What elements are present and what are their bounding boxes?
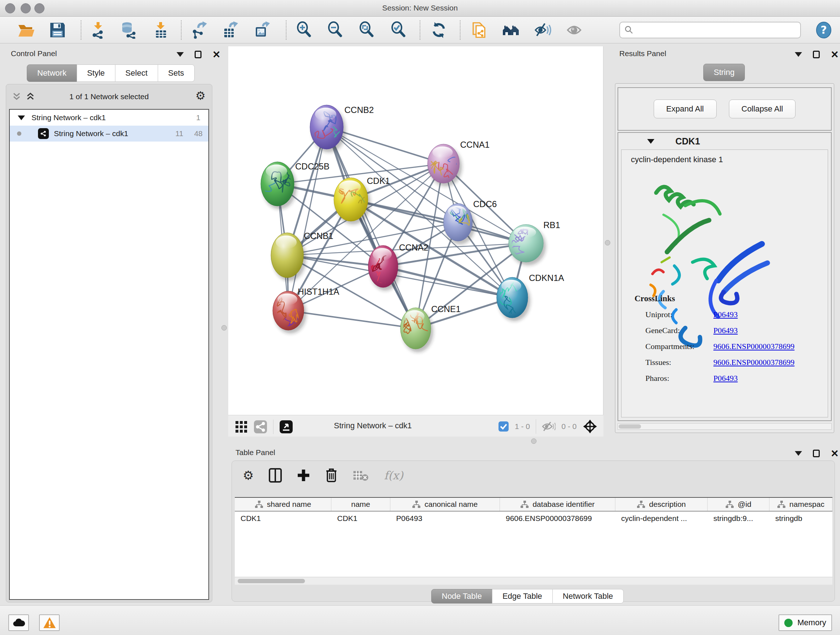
network-canvas[interactable]: CCNB2CCNA1CDC25BCDK1CDC6RB1CCNB1CCNA2CDK…: [228, 46, 603, 415]
save-session-button[interactable]: [49, 21, 66, 39]
table-cell[interactable]: stringdb:9...: [707, 511, 769, 525]
import-network-file-button[interactable]: [90, 21, 107, 39]
crosslink-link[interactable]: 9606.ENSP00000378699: [714, 342, 794, 351]
table-cell[interactable]: stringdb: [769, 511, 832, 525]
results-scrollbar-thumb[interactable]: [619, 424, 641, 429]
tab-edge-table[interactable]: Edge Table: [492, 589, 553, 603]
table-cell[interactable]: CDK1: [235, 511, 332, 525]
crosslink-link[interactable]: P06493: [714, 326, 737, 335]
node-CCNA1[interactable]: CCNA1: [428, 140, 489, 187]
tab-style[interactable]: Style: [77, 65, 115, 82]
zoom-in-button[interactable]: [296, 21, 313, 39]
function-builder-icon[interactable]: f(x): [384, 469, 403, 482]
gene-entry-header[interactable]: CDK1: [618, 133, 831, 149]
edge-CCNB2-CCNE1[interactable]: [327, 127, 416, 328]
tree-expand-icon[interactable]: [18, 116, 25, 120]
hide-selected-button[interactable]: [534, 21, 551, 39]
table-cell[interactable]: cyclin-dependent ...: [615, 511, 707, 525]
panel-collapse-icon[interactable]: [177, 52, 184, 57]
tab-sets[interactable]: Sets: [158, 65, 195, 82]
expand-all-button[interactable]: Expand All: [654, 100, 717, 119]
first-neighbors-button[interactable]: [502, 21, 519, 39]
collapse-all-button[interactable]: Collapse All: [729, 100, 796, 119]
edge-HIST1H1A-CCNE1[interactable]: [288, 310, 416, 328]
import-network-database-button[interactable]: [120, 21, 137, 39]
network-row-selected[interactable]: String Network – cdk1 11 48: [10, 126, 208, 141]
table-cell[interactable]: P06493: [390, 511, 500, 525]
delete-table-icon[interactable]: [353, 470, 369, 481]
panel-float-icon[interactable]: [813, 450, 820, 457]
import-table-file-button[interactable]: [152, 21, 170, 39]
detach-view-icon[interactable]: [279, 420, 293, 434]
node-RB1[interactable]: RB1: [507, 204, 561, 265]
right-splitter-handle[interactable]: [605, 240, 610, 245]
results-scrollbar[interactable]: [617, 423, 832, 430]
show-columns-icon[interactable]: [269, 468, 282, 483]
node-CDC25B[interactable]: CDC25B: [250, 162, 330, 209]
open-session-button[interactable]: [17, 21, 34, 39]
duplicate-network-button[interactable]: [470, 21, 488, 39]
selected-checkbox-icon[interactable]: [498, 421, 509, 432]
show-hidden-button[interactable]: [565, 21, 583, 39]
panel-close-icon[interactable]: ✕: [212, 51, 221, 58]
warnings-button[interactable]: [39, 614, 60, 631]
delete-column-icon[interactable]: [325, 468, 338, 483]
column-header-@id[interactable]: @id: [707, 498, 769, 511]
entry-collapse-icon[interactable]: [647, 139, 654, 144]
export-table-button[interactable]: [222, 21, 240, 39]
table-cell[interactable]: CDK1: [332, 511, 390, 525]
refresh-button[interactable]: [430, 21, 447, 39]
node-HIST1H1A[interactable]: HIST1H1A: [273, 287, 339, 338]
network-options-gear-icon[interactable]: ⚙: [195, 90, 205, 101]
birds-eye-toggle-icon[interactable]: [583, 419, 598, 434]
zoom-fit-button[interactable]: [358, 21, 376, 39]
crosslink-link[interactable]: P06493: [714, 310, 737, 319]
edge-CCNB2-HIST1H1A[interactable]: [288, 127, 327, 310]
node-CCNB1[interactable]: CCNB1: [271, 231, 333, 281]
panel-close-icon[interactable]: ✕: [831, 51, 839, 58]
bottom-splitter-handle[interactable]: [531, 439, 537, 444]
table-hscrollbar-thumb[interactable]: [238, 579, 305, 583]
column-header-database-identifier[interactable]: database identifier: [500, 498, 615, 511]
tab-select[interactable]: Select: [115, 65, 158, 82]
table-options-gear-icon[interactable]: ⚙: [243, 469, 254, 481]
network-collection-row[interactable]: String Network – cdk1 1: [10, 110, 208, 126]
network-graph[interactable]: CCNB2CCNA1CDC25BCDK1CDC6RB1CCNB1CCNA2CDK…: [228, 46, 603, 415]
crosslink-link[interactable]: P06493: [714, 374, 737, 383]
column-header-description[interactable]: description: [615, 498, 707, 511]
panel-close-icon[interactable]: ✕: [831, 450, 839, 457]
column-header-name[interactable]: name: [332, 498, 390, 511]
memory-button[interactable]: Memory: [778, 614, 832, 631]
column-header-shared-name[interactable]: shared name: [235, 498, 332, 511]
tab-node-table[interactable]: Node Table: [431, 589, 493, 603]
panel-collapse-icon[interactable]: [795, 451, 802, 456]
hidden-eye-icon[interactable]: [542, 421, 556, 432]
export-image-button[interactable]: [254, 21, 271, 39]
panel-float-icon[interactable]: [195, 51, 202, 58]
grid-view-icon[interactable]: [235, 420, 248, 433]
table-hscrollbar[interactable]: [235, 578, 832, 585]
export-network-button[interactable]: [191, 21, 208, 39]
tab-string[interactable]: String: [703, 64, 745, 81]
column-header-canonical-name[interactable]: canonical name: [390, 498, 500, 511]
node-CCNB2[interactable]: CCNB2: [302, 105, 374, 152]
add-column-icon[interactable]: [297, 469, 310, 482]
table-row[interactable]: CDK1CDK1P064939606.ENSP00000378699cyclin…: [235, 511, 832, 525]
node-CCNE1[interactable]: CCNE1: [401, 304, 461, 352]
network-overview-icon[interactable]: [254, 420, 267, 434]
column-header-namespac[interactable]: namespac: [769, 498, 832, 511]
search-box[interactable]: [619, 22, 801, 38]
help-button[interactable]: ?: [815, 21, 832, 39]
zoom-out-button[interactable]: [327, 21, 344, 39]
left-splitter-handle[interactable]: [221, 325, 227, 331]
node-CDK1[interactable]: CDK1: [334, 171, 390, 225]
search-input[interactable]: [634, 26, 793, 35]
tab-network-table[interactable]: Network Table: [553, 589, 624, 603]
cloud-status-button[interactable]: [8, 614, 29, 631]
edge-CDK1-RB1[interactable]: [351, 200, 526, 243]
panel-collapse-icon[interactable]: [795, 52, 802, 57]
crosslink-link[interactable]: 9606.ENSP00000378699: [714, 358, 794, 367]
zoom-selected-button[interactable]: [390, 21, 408, 39]
panel-float-icon[interactable]: [813, 51, 820, 58]
table-cell[interactable]: 9606.ENSP00000378699: [500, 511, 615, 525]
